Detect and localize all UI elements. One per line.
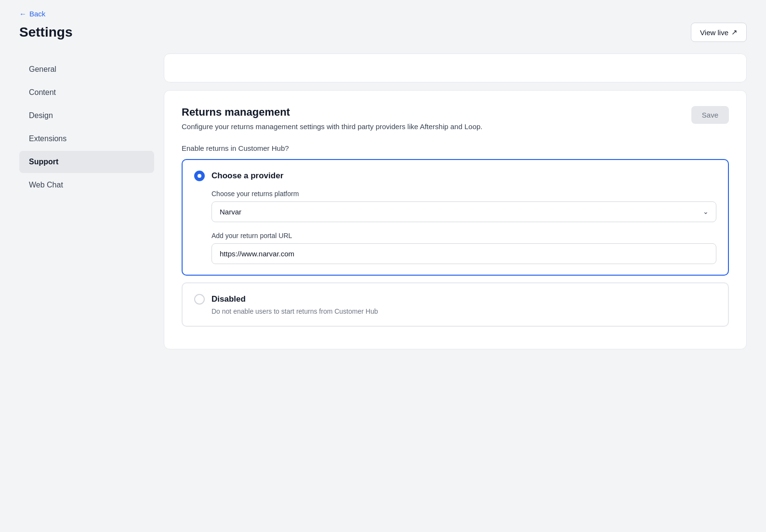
platform-field-label: Choose your returns platform — [211, 190, 716, 198]
sidebar-item-support[interactable]: Support — [19, 151, 154, 173]
url-field-label: Add your return portal URL — [211, 232, 716, 239]
disabled-radio-label: Disabled — [211, 294, 246, 304]
provider-radio-label: Choose a provider — [211, 171, 283, 181]
sidebar: General Content Design Extensions Suppor… — [19, 53, 154, 349]
provider-radio-button[interactable] — [194, 171, 205, 181]
disabled-radio-button[interactable] — [194, 294, 205, 305]
section-label: Enable returns in Customer Hub? — [182, 144, 729, 152]
view-live-button[interactable]: View live ↗ — [691, 23, 747, 42]
partial-card — [164, 53, 747, 82]
content-area: Returns management Configure your return… — [154, 53, 747, 349]
sidebar-item-general[interactable]: General — [19, 58, 154, 80]
return-portal-url-input[interactable] — [211, 243, 716, 264]
disabled-description: Do not enable users to start returns fro… — [194, 307, 716, 315]
view-live-label: View live — [700, 28, 728, 37]
external-link-icon: ↗ — [731, 28, 738, 37]
card-title: Returns management — [182, 106, 483, 119]
provider-radio-card[interactable]: Choose a provider Choose your returns pl… — [182, 159, 729, 276]
back-label: Back — [29, 10, 45, 18]
save-button[interactable]: Save — [691, 106, 729, 124]
disabled-radio-card[interactable]: Disabled Do not enable users to start re… — [182, 282, 729, 327]
sidebar-item-web-chat[interactable]: Web Chat — [19, 174, 154, 196]
returns-management-card: Returns management Configure your return… — [164, 90, 747, 349]
page-title: Settings — [19, 25, 72, 40]
platform-select[interactable]: Narvar Aftership Loop Happy Returns — [211, 201, 716, 222]
sidebar-item-content[interactable]: Content — [19, 81, 154, 104]
card-description: Configure your returns management settin… — [182, 121, 483, 133]
back-link[interactable]: ← Back — [19, 10, 45, 18]
back-arrow-icon: ← — [19, 10, 26, 18]
sidebar-item-extensions[interactable]: Extensions — [19, 128, 154, 150]
sidebar-item-design[interactable]: Design — [19, 105, 154, 127]
